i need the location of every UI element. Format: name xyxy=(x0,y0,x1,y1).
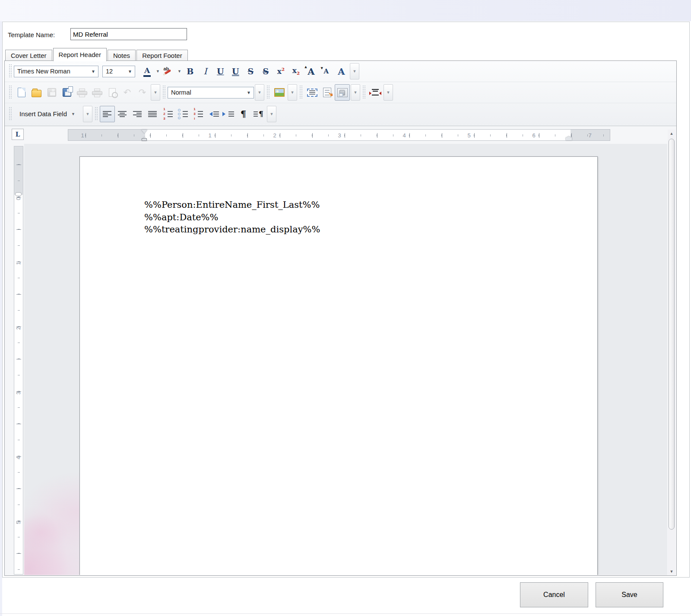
chevron-down-icon: ▼ xyxy=(86,112,90,116)
document-page[interactable]: %%Person:EntireName_First_Last%% %%apt:D… xyxy=(79,156,598,575)
decorative-swirl xyxy=(24,432,81,575)
align-left-button[interactable] xyxy=(100,106,115,122)
decrease-indent-button[interactable] xyxy=(206,106,221,122)
save-template-button[interactable]: Save xyxy=(596,582,663,607)
bold-button[interactable]: B xyxy=(183,63,198,79)
template-name-input[interactable] xyxy=(70,28,187,40)
highlight-dropdown[interactable]: ▼ xyxy=(176,69,183,73)
underline-button[interactable]: U xyxy=(213,63,228,79)
picture-icon xyxy=(274,88,285,97)
style-toolbar-overflow[interactable]: ▼ xyxy=(255,84,264,101)
text-wrap-button[interactable] xyxy=(320,84,335,101)
toolbar-grip-icon[interactable] xyxy=(9,64,12,78)
superscript-button[interactable]: x2 xyxy=(273,63,288,79)
paragraph-style-combo[interactable]: Normal ▼ xyxy=(168,87,254,98)
justify-button[interactable] xyxy=(145,106,160,122)
right-indent-marker[interactable] xyxy=(566,135,572,140)
redo-icon: ↷ xyxy=(139,88,146,97)
left-indent-marker[interactable] xyxy=(142,138,147,141)
numbered-list-button[interactable]: 123 xyxy=(160,106,175,122)
tab-report-header[interactable]: Report Header xyxy=(53,48,107,61)
insert-picture-button[interactable] xyxy=(272,84,287,101)
new-document-button[interactable] xyxy=(14,84,29,101)
save-button[interactable] xyxy=(44,84,59,101)
tab-cover-letter[interactable]: Cover Letter xyxy=(5,50,52,61)
toolbar-grip-icon[interactable] xyxy=(363,86,366,99)
font-size-combo[interactable]: 12 ▼ xyxy=(102,66,135,77)
font-color-dropdown[interactable]: ▼ xyxy=(155,69,161,73)
vertical-ruler[interactable]: 0 1 2 3 4 5 xyxy=(14,146,23,575)
toolbar-grip-icon[interactable] xyxy=(267,86,270,99)
superscript-icon: x2 xyxy=(277,67,285,75)
subscript-button[interactable]: x2 xyxy=(288,63,304,79)
toolbar-grip-icon[interactable] xyxy=(9,107,12,121)
print-preview-icon xyxy=(109,88,116,97)
open-button[interactable] xyxy=(29,84,44,101)
paragraph-toolbar-overflow[interactable]: ▼ xyxy=(267,106,276,122)
italic-button[interactable]: I xyxy=(198,63,213,79)
align-center-button[interactable] xyxy=(115,106,130,122)
font-color-button[interactable]: A xyxy=(139,63,155,79)
save-icon xyxy=(48,88,56,97)
insert-frame-button[interactable] xyxy=(304,84,320,101)
object-toolbar-overflow[interactable]: ▼ xyxy=(351,84,360,101)
bullet-list-button[interactable] xyxy=(175,106,190,122)
pagesetup-toolbar-overflow[interactable]: ▼ xyxy=(384,84,393,101)
font-family-combo[interactable]: Times New Roman ▼ xyxy=(14,66,98,77)
multilevel-list-button[interactable]: 13i xyxy=(190,106,206,122)
vertical-scrollbar[interactable]: ▲ ▼ xyxy=(668,130,675,575)
undo-button[interactable]: ↶ xyxy=(120,84,135,101)
file-toolbar-overflow[interactable]: ▼ xyxy=(151,84,160,101)
scrollbar-thumb[interactable] xyxy=(669,139,675,530)
template-editor-panel: Template Name: Cover Letter Report Heade… xyxy=(2,22,690,578)
merge-field-line[interactable]: %%Person:EntireName_First_Last%% xyxy=(144,199,320,211)
tab-report-footer[interactable]: Report Footer xyxy=(136,50,188,61)
double-strikethrough-button[interactable]: S xyxy=(258,63,273,79)
horizontal-ruler[interactable]: 1 1 2 3 4 5 6 7 xyxy=(68,129,610,141)
toolbar-grip-icon[interactable] xyxy=(300,86,303,99)
tab-stop-selector[interactable]: L xyxy=(12,129,24,140)
save-as-button[interactable] xyxy=(59,84,74,101)
insert-data-field-button[interactable]: Insert Data Field ▼ xyxy=(14,106,82,122)
grow-font-button[interactable]: ▲A xyxy=(304,63,319,79)
print-button[interactable] xyxy=(74,84,89,101)
double-underline-button[interactable]: U xyxy=(228,63,243,79)
justify-icon xyxy=(148,111,157,117)
paragraph-settings-button[interactable]: ¶ xyxy=(251,106,266,122)
shrink-font-button[interactable]: ▼A xyxy=(319,63,334,79)
chevron-down-icon: ▼ xyxy=(354,90,358,95)
cancel-button[interactable]: Cancel xyxy=(520,582,588,607)
insert-object-button[interactable] xyxy=(335,84,350,101)
merge-field-line[interactable]: %%apt:Date%% xyxy=(144,211,320,224)
picture-toolbar-overflow[interactable]: ▼ xyxy=(288,84,297,101)
merge-field-line[interactable]: %%treatingprovider:name_display%% xyxy=(144,223,320,236)
ruler-ticks xyxy=(14,146,23,574)
scroll-up-button[interactable]: ▲ xyxy=(668,130,675,137)
page-setup-button[interactable] xyxy=(368,84,383,101)
scroll-down-button[interactable]: ▼ xyxy=(668,568,675,575)
align-right-icon xyxy=(133,111,142,117)
print-preview-button[interactable] xyxy=(105,84,120,101)
embedded-object-icon xyxy=(337,88,348,97)
merge-field-text[interactable]: %%Person:EntireName_First_Last%% %%apt:D… xyxy=(144,199,320,236)
document-viewport[interactable]: %%Person:EntireName_First_Last%% %%apt:D… xyxy=(24,144,667,575)
toolbar-grip-icon[interactable] xyxy=(9,86,12,99)
text-frame-icon xyxy=(307,89,317,97)
font-color-icon: A xyxy=(143,66,151,77)
quick-print-button[interactable] xyxy=(89,84,105,101)
scroll-up-icon: ▲ xyxy=(670,131,674,136)
redo-button[interactable]: ↷ xyxy=(135,84,150,101)
toolbar-grip-icon[interactable] xyxy=(95,107,98,121)
font-dialog-button[interactable]: A xyxy=(334,63,349,79)
highlight-button[interactable]: ab xyxy=(161,63,176,79)
font-toolbar-overflow[interactable]: ▼ xyxy=(350,63,359,79)
pilcrow-icon: ¶ xyxy=(241,109,246,118)
datafield-toolbar-overflow[interactable]: ▼ xyxy=(83,106,92,122)
strikethrough-button[interactable]: S xyxy=(243,63,258,79)
show-marks-button[interactable]: ¶ xyxy=(236,106,251,122)
align-right-button[interactable] xyxy=(130,106,145,122)
paragraph-toolbar: Insert Data Field ▼ ▼ 123 xyxy=(5,103,676,124)
toolbar-grip-icon[interactable] xyxy=(163,86,166,99)
tab-notes[interactable]: Notes xyxy=(108,50,136,61)
increase-indent-button[interactable] xyxy=(221,106,236,122)
